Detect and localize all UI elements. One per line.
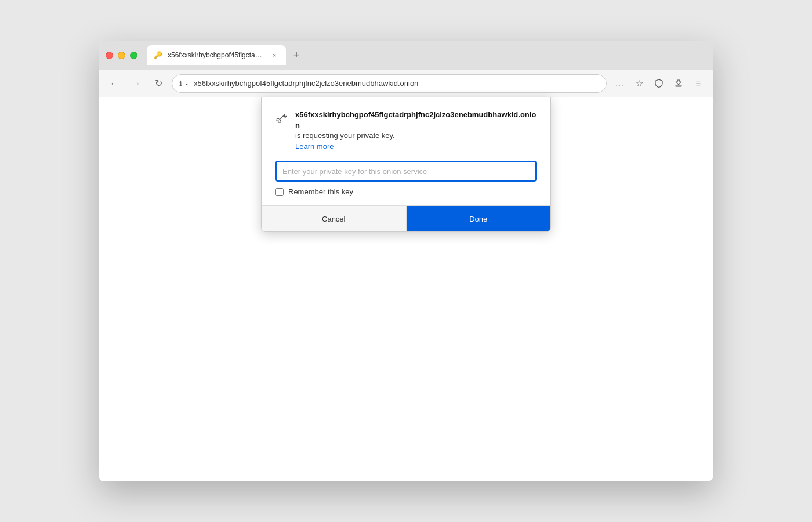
remember-key-label: Remember this key bbox=[288, 187, 353, 196]
nav-right-icons: … ☆ ≡ bbox=[611, 75, 706, 92]
shield-button[interactable] bbox=[651, 75, 667, 92]
dialog-subtitle: is requesting your private key. bbox=[295, 131, 536, 140]
dialog-text: x56fxxskirhybchgpof45flgctadrphjfnc2jclz… bbox=[295, 109, 536, 151]
browser-content: 🗝 x56fxxskirhybchgpof45flgctadrphjfnc2jc… bbox=[99, 97, 713, 481]
dialog-footer: Cancel Done bbox=[262, 205, 550, 231]
tab-favicon: 🔑 bbox=[154, 50, 163, 60]
remember-key-checkbox[interactable] bbox=[276, 188, 284, 196]
title-bar: 🔑 x56fxxskirhybchgpof45flgctadrphj… × + bbox=[99, 41, 713, 70]
svg-rect-0 bbox=[676, 85, 682, 86]
nav-bar: ← → ↻ ℹ ⬩ x56fxxskirhybchgpof45flgctadrp… bbox=[99, 70, 713, 97]
cancel-button[interactable]: Cancel bbox=[262, 206, 407, 231]
tab-close-button[interactable]: × bbox=[270, 50, 279, 60]
maximize-button[interactable] bbox=[130, 52, 137, 59]
private-key-input[interactable] bbox=[276, 161, 536, 182]
new-tab-button[interactable]: + bbox=[288, 47, 304, 63]
bookmark-button[interactable]: ☆ bbox=[631, 75, 647, 92]
private-key-dialog: 🗝 x56fxxskirhybchgpof45flgctadrphjfnc2jc… bbox=[261, 97, 551, 232]
dialog-header: 🗝 x56fxxskirhybchgpof45flgctadrphjfnc2jc… bbox=[276, 109, 536, 151]
remember-key-row: Remember this key bbox=[276, 187, 536, 196]
done-button[interactable]: Done bbox=[407, 206, 551, 231]
dialog-domain: x56fxxskirhybchgpof45flgctadrphjfnc2jclz… bbox=[295, 110, 536, 129]
key-icon-address: ⬩ bbox=[184, 79, 189, 88]
address-security-icons: ℹ ⬩ bbox=[179, 79, 189, 88]
back-button[interactable]: ← bbox=[106, 75, 123, 92]
forward-button[interactable]: → bbox=[128, 75, 145, 92]
extension-button[interactable] bbox=[670, 75, 687, 92]
reload-button[interactable]: ↻ bbox=[150, 75, 167, 92]
more-button[interactable]: … bbox=[611, 75, 628, 92]
shield-icon bbox=[654, 79, 664, 88]
menu-button[interactable]: ≡ bbox=[690, 75, 706, 92]
extension-icon bbox=[674, 79, 683, 88]
address-text: x56fxxskirhybchgpof45flgctadrphjfnc2jclz… bbox=[194, 79, 599, 88]
tab-title: x56fxxskirhybchgpof45flgctadrphj… bbox=[168, 51, 265, 59]
dialog-body: 🗝 x56fxxskirhybchgpof45flgctadrphjfnc2jc… bbox=[262, 97, 550, 196]
minimize-button[interactable] bbox=[118, 52, 125, 59]
traffic-lights bbox=[106, 52, 137, 59]
tabs-area: 🔑 x56fxxskirhybchgpof45flgctadrphj… × + bbox=[147, 45, 706, 65]
info-icon[interactable]: ℹ bbox=[179, 79, 182, 88]
browser-window: 🔑 x56fxxskirhybchgpof45flgctadrphj… × + … bbox=[99, 41, 713, 481]
dialog-key-icon: 🗝 bbox=[272, 108, 292, 128]
address-bar[interactable]: ℹ ⬩ x56fxxskirhybchgpof45flgctadrphjfnc2… bbox=[172, 74, 607, 93]
active-tab[interactable]: 🔑 x56fxxskirhybchgpof45flgctadrphj… × bbox=[147, 45, 286, 65]
learn-more-link[interactable]: Learn more bbox=[295, 142, 334, 151]
close-button[interactable] bbox=[106, 52, 113, 59]
